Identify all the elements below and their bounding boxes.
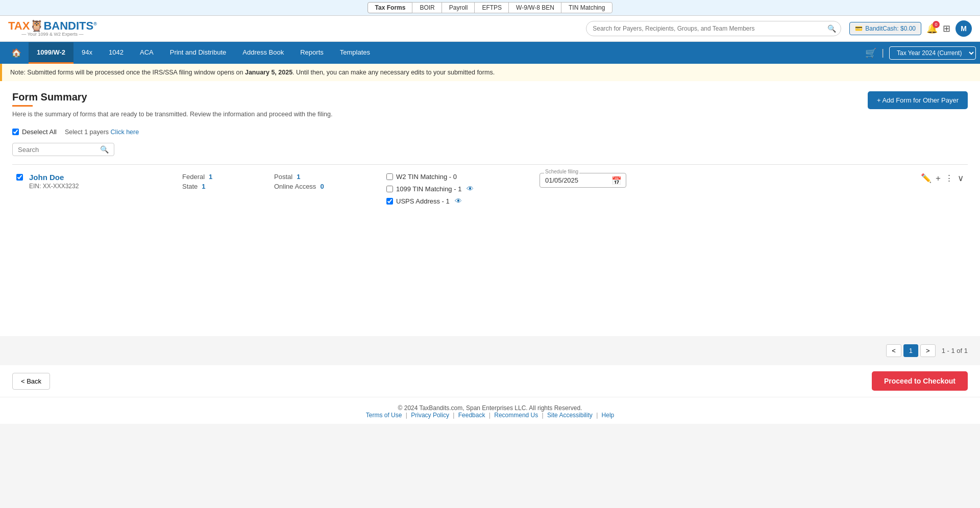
click-here-link[interactable]: Click here	[111, 129, 139, 136]
nav-item-aca[interactable]: ACA	[132, 42, 162, 64]
top-nav-tax-forms[interactable]: Tax Forms	[368, 2, 413, 13]
logo-subtitle: — Your 1099 & W2 Experts —	[8, 32, 97, 37]
checkout-button[interactable]: Proceed to Checkout	[872, 371, 968, 391]
payer-federal: Federal 1	[182, 173, 254, 181]
footer-link-feedback[interactable]: Feedback	[458, 412, 485, 419]
payer-state: State 1	[182, 183, 254, 190]
payer-name[interactable]: John Doe	[29, 173, 162, 182]
select-payers-text: Select 1 payers Click here	[65, 129, 139, 136]
page-info: 1 - 1 of 1	[942, 347, 968, 354]
bandit-cash-label: BanditCash: $0.00	[865, 25, 916, 32]
footer-copyright: © 2024 TaxBandits.com, Span Enterprises …	[0, 404, 980, 412]
notification-button[interactable]: 🔔 0	[926, 23, 938, 34]
search-bar: 🔍	[586, 21, 841, 36]
postal-item: Postal 1	[274, 173, 366, 181]
nav-right: 🛒 | Tax Year 2024 (Current)	[865, 46, 976, 60]
federal-label: Federal	[182, 173, 205, 181]
next-page-button[interactable]: >	[920, 344, 936, 357]
footer: © 2024 TaxBandits.com, Span Enterprises …	[0, 397, 980, 424]
edit-icon[interactable]: ✏️	[921, 173, 932, 184]
postal-value[interactable]: 1	[297, 173, 300, 181]
page-title: Form Summary	[12, 91, 332, 103]
bottom-actions: < Back Proceed to Checkout	[0, 365, 980, 397]
apps-button[interactable]: ⊞	[943, 23, 950, 34]
nav-divider: |	[881, 47, 884, 58]
online-access-item: Online Access 0	[274, 183, 366, 190]
footer-link-privacy[interactable]: Privacy Policy	[411, 412, 449, 419]
top-nav-boir[interactable]: BOIR	[412, 2, 442, 13]
avatar[interactable]: M	[955, 20, 972, 37]
pagination-row: < 1 > 1 - 1 of 1	[0, 336, 980, 365]
form-summary-header: Form Summary Here is the summary of form…	[12, 91, 968, 124]
top-nav-payroll[interactable]: Payroll	[442, 2, 476, 13]
logo: TAX🦉BANDITS® — Your 1099 & W2 Experts —	[8, 20, 97, 37]
payer-postal: Postal 1 Online Access 0	[274, 173, 366, 190]
top-nav-tin-matching[interactable]: TIN Matching	[561, 2, 612, 13]
top-nav: Tax Forms BOIR Payroll EFTPS W-9/W-8 BEN…	[0, 0, 980, 16]
top-nav-eftps[interactable]: EFTPS	[474, 2, 509, 13]
federal-value[interactable]: 1	[209, 173, 212, 181]
state-value[interactable]: 1	[202, 183, 205, 190]
calendar-icon[interactable]: 📅	[611, 175, 622, 185]
state-label: State	[182, 183, 198, 190]
note-banner: Note: Submitted forms will be processed …	[0, 64, 980, 81]
bandit-cash-icon: 💳	[855, 25, 863, 32]
nav-item-print[interactable]: Print and Distribute	[162, 42, 235, 64]
current-page-button[interactable]: 1	[903, 344, 918, 357]
postal-label: Postal	[274, 173, 292, 181]
controls-row: Deselect All Select 1 payers Click here	[12, 128, 968, 136]
payer-checkboxes: W2 TIN Matching - 0 1099 TIN Matching - …	[386, 173, 519, 205]
footer-link-terms[interactable]: Terms of Use	[366, 412, 402, 419]
usps-address-checkbox[interactable]	[386, 198, 393, 205]
note-text: Note: Submitted forms will be processed …	[10, 69, 245, 76]
content: Form Summary Here is the summary of form…	[0, 81, 980, 336]
tin1099-label: 1099 TIN Matching - 1	[396, 185, 461, 193]
cart-icon[interactable]: 🛒	[865, 47, 876, 59]
nav-item-templates[interactable]: Templates	[332, 42, 378, 64]
tin1099-eye-icon[interactable]: 👁	[467, 185, 474, 193]
home-button[interactable]: 🏠	[4, 42, 29, 64]
nav-item-1099w2[interactable]: 1099/W-2	[29, 42, 74, 64]
usps-eye-icon[interactable]: 👁	[455, 197, 462, 205]
online-access-value[interactable]: 0	[320, 183, 324, 190]
expand-icon[interactable]: ∨	[958, 173, 964, 184]
search-icon: 🔍	[827, 24, 836, 33]
bandit-cash-button[interactable]: 💳 BanditCash: $0.00	[849, 22, 921, 35]
main-nav: 🏠 1099/W-2 94x 1042 ACA Print and Distri…	[0, 42, 980, 64]
add-icon[interactable]: +	[936, 173, 941, 184]
payer-ein: EIN: XX-XXX3232	[29, 183, 162, 190]
header-right: 💳 BanditCash: $0.00 🔔 0 ⊞ M	[849, 20, 972, 37]
footer-link-help[interactable]: Help	[602, 412, 615, 419]
deselect-all-checkbox[interactable]	[12, 129, 19, 135]
tin1099-matching-item: 1099 TIN Matching - 1 👁	[386, 185, 519, 193]
top-nav-w9[interactable]: W-9/W-8 BEN	[508, 2, 562, 13]
search-box: 🔍	[12, 143, 114, 156]
title-underline	[12, 105, 33, 107]
more-icon[interactable]: ⋮	[945, 173, 953, 184]
prev-page-button[interactable]: <	[886, 344, 901, 357]
nav-item-reports[interactable]: Reports	[292, 42, 332, 64]
payer-filing: Federal 1 State 1	[182, 173, 254, 190]
logo-text: TAX🦉BANDITS®	[8, 20, 97, 32]
footer-links: Terms of Use | Privacy Policy | Feedback…	[0, 412, 980, 419]
schedule-input-wrap: Schedule filing 01/05/2025 📅	[540, 173, 626, 188]
nav-item-address[interactable]: Address Book	[234, 42, 292, 64]
payer-search-input[interactable]	[18, 146, 97, 154]
note-text-after: . Until then, you can make any necessary…	[292, 69, 495, 76]
payer-checkbox[interactable]	[16, 174, 23, 181]
schedule-box: Schedule filing 01/05/2025 📅	[540, 173, 626, 188]
nav-item-94x[interactable]: 94x	[74, 42, 101, 64]
add-form-button[interactable]: + Add Form for Other Payer	[868, 91, 968, 109]
year-selector[interactable]: Tax Year 2024 (Current)	[889, 46, 976, 60]
w2-tin-checkbox[interactable]	[386, 173, 393, 180]
online-access-label: Online Access	[274, 183, 316, 190]
footer-link-recommend[interactable]: Recommend Us	[494, 412, 538, 419]
usps-address-item: USPS Address - 1 👁	[386, 197, 519, 205]
footer-link-accessibility[interactable]: Site Accessibility	[547, 412, 593, 419]
tin1099-checkbox[interactable]	[386, 186, 393, 192]
deselect-all-control: Deselect All	[12, 128, 57, 136]
nav-item-1042[interactable]: 1042	[101, 42, 132, 64]
search-input[interactable]	[586, 21, 841, 36]
back-button[interactable]: < Back	[12, 373, 50, 390]
payer-search-icon[interactable]: 🔍	[100, 145, 109, 154]
